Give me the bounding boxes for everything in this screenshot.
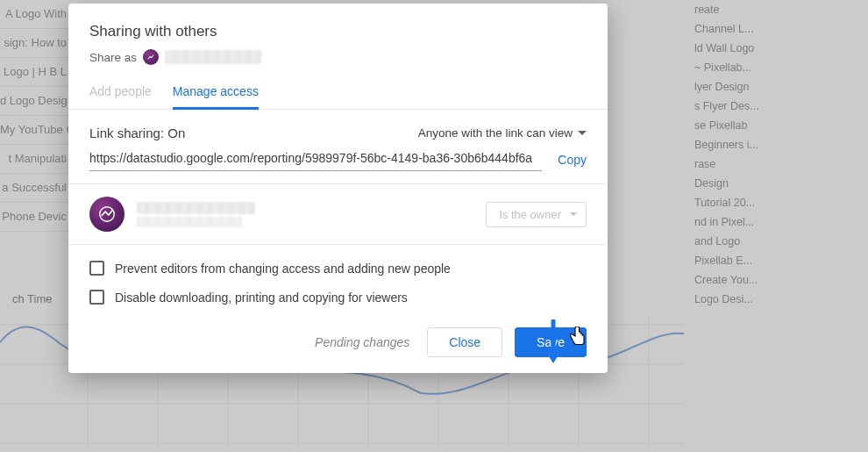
- dialog-title: Sharing with others: [89, 23, 587, 40]
- checkbox-icon[interactable]: [89, 261, 104, 276]
- link-sharing-status: Link sharing: On: [89, 126, 185, 140]
- tab-manage-access[interactable]: Manage access: [173, 84, 259, 110]
- owner-avatar-icon: [89, 197, 125, 232]
- chevron-down-icon: [578, 131, 587, 135]
- link-permission-dropdown[interactable]: Anyone with the link can view: [418, 126, 587, 140]
- checkbox-icon[interactable]: [89, 290, 104, 305]
- option-prevent-label: Prevent editors from changing access and…: [115, 262, 451, 276]
- user-avatar-icon: [143, 49, 159, 65]
- svg-marker-15: [544, 349, 562, 363]
- close-button[interactable]: Close: [427, 327, 502, 357]
- owner-row: [89, 197, 255, 232]
- pointer-cursor-icon: [568, 326, 587, 348]
- copy-button[interactable]: Copy: [558, 153, 587, 167]
- share-url-input[interactable]: [89, 147, 542, 171]
- pending-changes-label: Pending changes: [315, 335, 409, 349]
- owner-role-select[interactable]: Is the owner: [486, 202, 587, 227]
- owner-email-redacted: [137, 217, 242, 227]
- owner-name-redacted: [137, 202, 255, 214]
- annotation-arrow-icon: [542, 319, 565, 365]
- user-name-redacted: [165, 50, 261, 64]
- link-permission-label: Anyone with the link can view: [418, 126, 573, 140]
- option-disable-download[interactable]: Disable downloading, printing and copyin…: [89, 290, 587, 305]
- sharing-dialog: Sharing with others Share as Add people …: [68, 4, 608, 373]
- tab-add-people[interactable]: Add people: [89, 84, 152, 109]
- share-as-label: Share as: [89, 51, 137, 64]
- share-as-row: Share as: [89, 49, 587, 65]
- tabs: Add people Manage access: [68, 84, 608, 110]
- option-disable-label: Disable downloading, printing and copyin…: [115, 291, 408, 305]
- option-prevent-editors[interactable]: Prevent editors from changing access and…: [89, 261, 587, 276]
